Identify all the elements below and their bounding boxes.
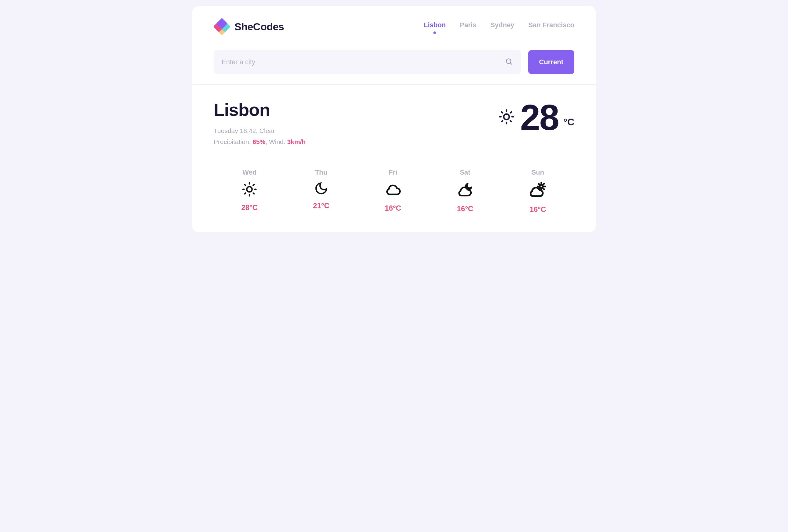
svg-point-20 bbox=[540, 185, 543, 188]
nav-item-sydney[interactable]: Sydney bbox=[490, 21, 514, 32]
sun-icon bbox=[241, 181, 257, 198]
forecast-day-label: Wed bbox=[242, 169, 256, 176]
temperature-value: 28 bbox=[520, 99, 558, 135]
svg-point-2 bbox=[504, 114, 509, 120]
forecast-temp: 16°C bbox=[457, 204, 473, 213]
datetime-condition: Tuesday 18:42, Clear bbox=[214, 125, 306, 136]
nav-item-san-francisco[interactable]: San Francisco bbox=[529, 21, 574, 32]
forecast-day: Thu 21°C bbox=[313, 169, 330, 214]
forecast-temp: 28°C bbox=[241, 203, 258, 212]
forecast-day-label: Thu bbox=[315, 169, 327, 176]
divider bbox=[192, 84, 596, 85]
precipitation-label: Precipitation: bbox=[214, 138, 251, 145]
temperature-unit: °C bbox=[563, 117, 574, 128]
svg-line-18 bbox=[245, 193, 246, 194]
current-condition: Clear bbox=[259, 127, 275, 134]
svg-line-15 bbox=[253, 193, 254, 194]
shecodes-logo-icon bbox=[214, 18, 230, 35]
forecast-day: Sun 16°C bbox=[529, 169, 547, 214]
forecast-temp: 16°C bbox=[530, 205, 546, 214]
search-row: Current bbox=[214, 50, 574, 74]
svg-line-6 bbox=[510, 121, 511, 122]
svg-line-1 bbox=[510, 63, 512, 64]
temperature-block: 28 °C bbox=[498, 99, 574, 135]
cloud-sun-icon bbox=[529, 181, 547, 200]
search-icon[interactable] bbox=[505, 58, 513, 67]
city-name: Lisbon bbox=[214, 99, 306, 120]
header: SheCodes Lisbon Paris Sydney San Francis… bbox=[214, 18, 574, 35]
precip-wind: Precipitation: 65%, Wind: 3km/h bbox=[214, 136, 306, 147]
svg-line-9 bbox=[501, 121, 503, 122]
svg-line-27 bbox=[544, 189, 545, 189]
forecast-temp: 16°C bbox=[385, 204, 401, 213]
brand-name: SheCodes bbox=[234, 21, 284, 33]
moon-icon bbox=[314, 181, 328, 197]
current-location-button[interactable]: Current bbox=[528, 50, 574, 74]
current-weather: Lisbon Tuesday 18:42, Clear Precipitatio… bbox=[214, 99, 574, 147]
forecast-day: Wed 28°C bbox=[241, 169, 258, 214]
wind-value: 3km/h bbox=[287, 138, 306, 145]
cloud-icon bbox=[385, 181, 401, 199]
cloud-moon-icon bbox=[457, 181, 474, 200]
svg-line-5 bbox=[501, 112, 503, 113]
brand: SheCodes bbox=[214, 18, 284, 35]
svg-point-11 bbox=[247, 187, 252, 192]
precipitation-value: 65% bbox=[253, 138, 265, 145]
sun-icon bbox=[498, 109, 515, 126]
wind-label: Wind: bbox=[269, 138, 285, 145]
forecast-temp: 21°C bbox=[313, 201, 330, 210]
svg-line-25 bbox=[544, 184, 545, 184]
current-info: Lisbon Tuesday 18:42, Clear Precipitatio… bbox=[214, 99, 306, 147]
svg-point-0 bbox=[506, 59, 511, 63]
forecast-day: Fri 16°C bbox=[385, 169, 401, 214]
current-datetime: Tuesday 18:42 bbox=[214, 127, 256, 134]
svg-line-14 bbox=[245, 185, 246, 185]
nav-item-lisbon[interactable]: Lisbon bbox=[423, 21, 446, 32]
city-nav: Lisbon Paris Sydney San Francisco bbox=[423, 21, 574, 32]
forecast-row: Wed 28°C Thu 21°C Fri bbox=[214, 169, 574, 214]
forecast-day-label: Sat bbox=[460, 169, 470, 176]
nav-item-paris[interactable]: Paris bbox=[460, 21, 476, 32]
svg-line-28 bbox=[539, 184, 539, 184]
svg-line-19 bbox=[253, 185, 254, 185]
weather-app: SheCodes Lisbon Paris Sydney San Francis… bbox=[192, 6, 596, 232]
search-field-wrap bbox=[214, 50, 521, 74]
forecast-day-label: Sun bbox=[532, 169, 545, 176]
forecast-day-label: Fri bbox=[389, 169, 397, 176]
svg-line-10 bbox=[510, 112, 511, 113]
city-search-input[interactable] bbox=[222, 58, 505, 66]
forecast-day: Sat 16°C bbox=[457, 169, 474, 214]
